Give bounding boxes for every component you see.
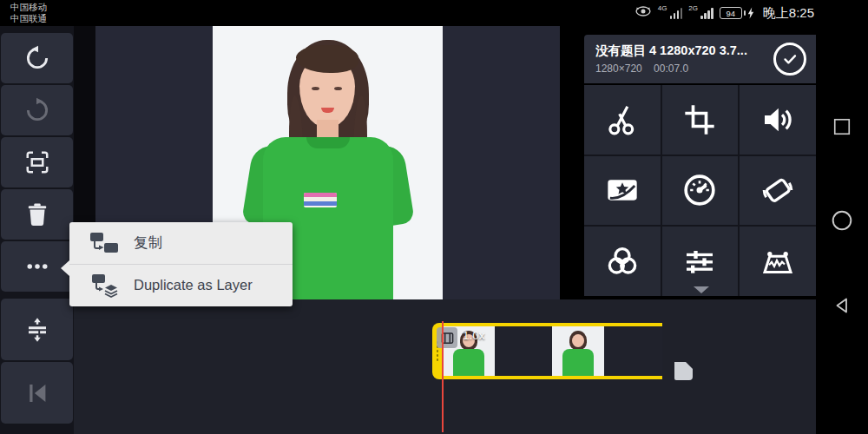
battery-icon: 94	[720, 7, 754, 19]
battery-level: 94	[720, 7, 742, 19]
video-editor-screen: 中国移动 中国联通 4G 2G 94 晚上8:25	[0, 0, 868, 434]
scissors-icon	[605, 102, 640, 137]
charging-bolt-icon	[747, 7, 754, 19]
filter-circles-icon	[605, 244, 640, 279]
left-toolbar	[0, 26, 74, 434]
clip-speed-label: 1.0x	[463, 329, 485, 342]
timeline-area[interactable]: 4 00:00:00.0 00:00:07.01 1.0x	[74, 299, 816, 434]
tool-trim-split[interactable]	[584, 85, 661, 155]
duplicate-icon	[89, 230, 120, 256]
voice-eq-icon	[760, 244, 795, 279]
tool-voice-changer[interactable]	[740, 227, 816, 296]
checkmark-icon	[780, 49, 799, 69]
home-circle-icon	[831, 209, 853, 232]
clock: 晚上8:25	[763, 5, 814, 22]
delete-button[interactable]	[1, 189, 73, 240]
tool-speed[interactable]	[662, 156, 739, 226]
clip-frame-dark	[495, 326, 552, 376]
speed-gauge-icon	[682, 173, 717, 207]
video-clip[interactable]: 1.0x	[432, 323, 674, 379]
recents-button[interactable]	[828, 113, 856, 141]
android-navbar	[816, 26, 868, 434]
home-button[interactable]	[828, 207, 856, 234]
timeline-expand-button[interactable]	[1, 299, 73, 360]
skip-to-start-icon	[24, 380, 50, 406]
carrier-labels: 中国移动 中国联通	[10, 2, 47, 24]
eye-protection-icon	[635, 5, 652, 21]
menu-item-duplicate-as-layer[interactable]: Duplicate as Layer	[69, 264, 293, 306]
redo-icon	[24, 97, 50, 123]
status-bar: 中国移动 中国联通 4G 2G 94 晚上8:25	[0, 0, 868, 26]
clip-frame-dark	[604, 326, 662, 376]
redo-button[interactable]	[1, 85, 73, 135]
clip-end-curl[interactable]	[674, 362, 693, 380]
fit-screen-icon	[24, 149, 50, 175]
tool-rotate-mirror[interactable]	[740, 156, 816, 226]
undo-icon	[24, 45, 50, 71]
clip-tool-grid	[584, 85, 816, 296]
speaker-icon	[760, 102, 795, 137]
context-menu-pointer	[61, 260, 69, 276]
tool-clip-graphics[interactable]	[584, 156, 661, 226]
ellipsis-icon	[24, 253, 50, 279]
trash-icon	[24, 201, 50, 227]
project-resolution: 1280×720	[595, 62, 642, 75]
signal-2g-icon: 2G	[688, 8, 713, 19]
menu-item-duplicate[interactable]: 复制	[69, 222, 293, 264]
rotate-icon	[760, 173, 795, 207]
clip-graphics-icon	[605, 173, 640, 207]
timeline-expand-icon	[24, 317, 50, 343]
recents-square-icon	[832, 117, 852, 136]
confirm-button[interactable]	[773, 43, 806, 76]
duplicate-as-layer-icon	[89, 273, 120, 299]
clip-type-badge	[437, 327, 457, 348]
crop-icon	[682, 102, 717, 137]
fit-screen-button[interactable]	[1, 137, 73, 187]
project-duration: 00:07.0	[654, 62, 688, 75]
grid-more-arrow-icon[interactable]	[694, 286, 709, 293]
tool-filter[interactable]	[584, 227, 661, 296]
project-title: 没有题目 4 1280x720 3.7...	[595, 43, 769, 59]
signal-4g-icon: 4G	[658, 8, 683, 19]
project-meta: 1280×720 00:07.0	[595, 62, 697, 75]
back-button[interactable]	[828, 292, 856, 319]
menu-item-label: 复制	[134, 233, 162, 253]
menu-item-label: Duplicate as Layer	[134, 277, 253, 293]
context-menu: 复制 Duplicate as Layer	[69, 222, 293, 306]
tool-volume[interactable]	[740, 85, 816, 155]
clip-frame-thumb	[552, 326, 604, 376]
undo-button[interactable]	[1, 33, 73, 83]
project-header: 没有题目 4 1280x720 3.7... 1280×720 00:07.0	[584, 35, 816, 83]
back-triangle-icon	[832, 295, 852, 316]
sliders-icon	[682, 244, 717, 279]
tool-crop[interactable]	[662, 85, 739, 155]
carrier-2: 中国联通	[10, 13, 47, 24]
skip-to-start-button[interactable]	[1, 362, 73, 424]
carrier-1: 中国移动	[10, 2, 47, 13]
playhead[interactable]	[442, 321, 444, 432]
